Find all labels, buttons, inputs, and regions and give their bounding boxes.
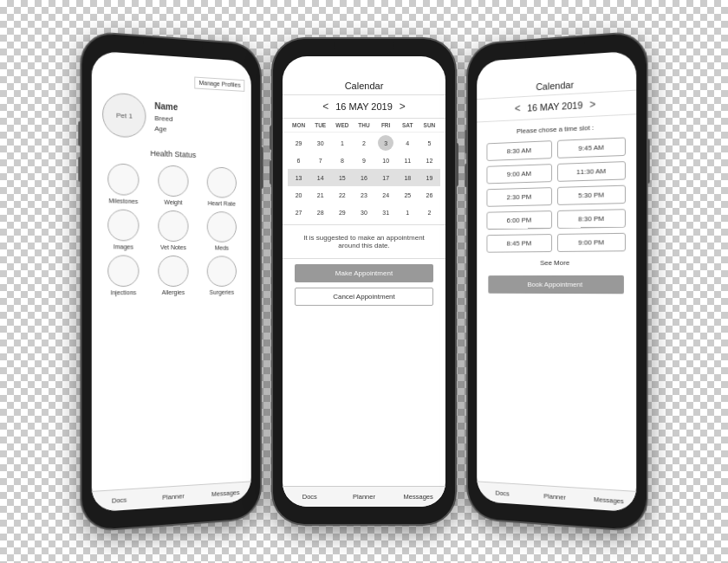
cal-grid-2: 29 30 1 2 3 4 5 6 7 8 9 10 11 12 13 14 1… (283, 133, 445, 223)
time-slot-600pm[interactable]: 6:00 PM (486, 210, 552, 230)
cal-cell[interactable]: 24 (382, 189, 389, 202)
time-slot-845pm[interactable]: 8:45 PM (486, 234, 552, 253)
cal-cell-selected[interactable]: 18 (404, 171, 411, 184)
cal-cell[interactable]: 29 (296, 137, 302, 150)
images-item[interactable]: Images (101, 210, 146, 251)
heart-rate-item[interactable]: Heart Rate (200, 166, 243, 207)
cal-cell[interactable]: 20 (296, 189, 302, 202)
cal-cell[interactable]: 5 (427, 137, 431, 150)
cal-cell[interactable]: 30 (317, 137, 324, 150)
cal-cell-selected[interactable]: 19 (426, 171, 433, 184)
pet-avatar: Pet 1 (102, 93, 146, 139)
cal-cell[interactable]: 23 (361, 189, 367, 202)
cal-next-2[interactable]: > (400, 100, 406, 113)
weight-icon (158, 165, 188, 197)
cal-days-header-2: MON TUE WED THU FRI SAT SUN (283, 119, 445, 133)
cal-prev-3[interactable]: < (515, 102, 521, 114)
time-slot-945am[interactable]: 9:45 AM (557, 137, 626, 158)
cal-cell-selected[interactable]: 15 (339, 171, 346, 184)
cal-cell[interactable]: 22 (339, 189, 346, 202)
cal-cell[interactable]: 12 (426, 154, 433, 167)
surgeries-item[interactable]: Surgeries (200, 256, 243, 296)
cal-cell[interactable]: 1 (341, 137, 344, 150)
notch-1 (143, 36, 202, 56)
phone-2-screen: Calendar < 16 MAY 2019 > MON TUE WED THU… (283, 56, 445, 507)
tab-docs-3[interactable]: Docs (477, 485, 528, 502)
tab-docs-1[interactable]: Docs (92, 492, 146, 508)
tab-bar-2: Docs Planner Messages (283, 486, 445, 507)
cal-cell-selected[interactable]: 16 (361, 171, 367, 184)
phone-1-screen: Manage Profiles Pet 1 Name Breed Age Hea… (92, 50, 251, 512)
time-slot-1130am[interactable]: 11:30 AM (557, 161, 626, 182)
vet-notes-label: Vet Notes (160, 244, 186, 250)
cal-month-3: 16 MAY 2019 (527, 100, 582, 113)
cal-cell[interactable]: 1 (406, 206, 409, 219)
weight-item[interactable]: Weight (151, 165, 195, 205)
injections-item[interactable]: Injections (101, 256, 146, 296)
cal-next-3[interactable]: > (589, 98, 595, 111)
cal-cell[interactable]: 9 (362, 154, 366, 167)
tab-messages-3[interactable]: Messages (582, 492, 636, 508)
vet-notes-item[interactable]: Vet Notes (151, 210, 195, 251)
tab-bar-3: Docs Planner Messages (477, 481, 636, 512)
tab-messages-2[interactable]: Messages (391, 490, 445, 503)
cal-cell-selected[interactable]: 13 (296, 171, 302, 184)
milestones-item[interactable]: Milestones (101, 163, 146, 204)
cal-cell[interactable]: 21 (317, 189, 324, 202)
cal-cell[interactable]: 25 (404, 189, 411, 202)
time-slot-530pm[interactable]: 5:30 PM (557, 185, 626, 205)
cal-cell-highlighted[interactable]: 3 (378, 135, 393, 151)
allergies-item[interactable]: Allergies (151, 256, 195, 295)
tab-planner-2[interactable]: Planner (337, 490, 392, 503)
meds-icon (207, 211, 237, 243)
cal-cell[interactable]: 4 (406, 137, 409, 150)
allergies-icon (158, 256, 188, 287)
heart-rate-label: Heart Rate (208, 200, 236, 207)
pet-details: Name Breed Age (154, 99, 178, 136)
cal-cell[interactable]: 11 (404, 154, 411, 167)
cal-prev-2[interactable]: < (322, 100, 328, 113)
book-appointment-button[interactable]: Book Appointment (488, 275, 624, 294)
see-more-link[interactable]: See More (477, 255, 636, 270)
calendar-header-2: < 16 MAY 2019 > (283, 95, 445, 119)
cal-cell[interactable]: 31 (382, 206, 389, 219)
milestones-icon (107, 164, 139, 197)
cal-cell-selected[interactable]: 14 (317, 171, 324, 184)
surgeries-icon (207, 256, 237, 288)
milestones-label: Milestones (108, 198, 138, 205)
time-slot-830pm[interactable]: 8:30 PM (557, 209, 626, 229)
meds-label: Meds (215, 245, 229, 251)
meds-item[interactable]: Meds (200, 211, 243, 251)
cal-cell[interactable]: 6 (297, 154, 301, 167)
cal-cell[interactable]: 28 (317, 206, 324, 219)
cal-cell[interactable]: 2 (362, 137, 366, 150)
tab-messages-1[interactable]: Messages (199, 485, 250, 502)
phone-2-content: Calendar < 16 MAY 2019 > MON TUE WED THU… (283, 56, 445, 507)
cal-cell[interactable]: 27 (296, 206, 302, 219)
cal-cell[interactable]: 2 (427, 206, 431, 219)
phone-2: Calendar < 16 MAY 2019 > MON TUE WED THU… (273, 39, 455, 524)
surgeries-label: Surgeries (210, 289, 234, 295)
cal-cell[interactable]: 8 (341, 154, 344, 167)
cal-cell-selected[interactable]: 17 (382, 171, 389, 184)
cal-cell[interactable]: 7 (319, 154, 322, 167)
make-appointment-button[interactable]: Make Appointment (295, 264, 433, 282)
pet-info-section: Pet 1 Name Breed Age (92, 85, 251, 150)
cal-cell[interactable]: 29 (339, 206, 346, 219)
cancel-appointment-button[interactable]: Cancel Appointment (295, 288, 433, 306)
tab-planner-1[interactable]: Planner (146, 489, 199, 505)
tab-docs-2[interactable]: Docs (283, 490, 337, 503)
images-label: Images (114, 244, 133, 250)
time-slot-230pm[interactable]: 2:30 PM (486, 187, 552, 207)
phone-1-content: Manage Profiles Pet 1 Name Breed Age Hea… (92, 50, 251, 512)
time-slot-900am[interactable]: 9:00 AM (486, 164, 552, 184)
time-slot-900pm[interactable]: 9:00 PM (557, 233, 626, 252)
cal-cell[interactable]: 10 (382, 154, 389, 167)
time-slot-830am[interactable]: 8:30 AM (486, 140, 552, 161)
vet-notes-icon (158, 210, 188, 243)
tab-planner-3[interactable]: Planner (529, 489, 582, 505)
cal-cell[interactable]: 30 (361, 206, 367, 219)
cal-cell[interactable]: 26 (426, 189, 433, 202)
notch-2 (334, 39, 394, 55)
manage-profiles-button[interactable]: Manage Profiles (195, 77, 245, 93)
